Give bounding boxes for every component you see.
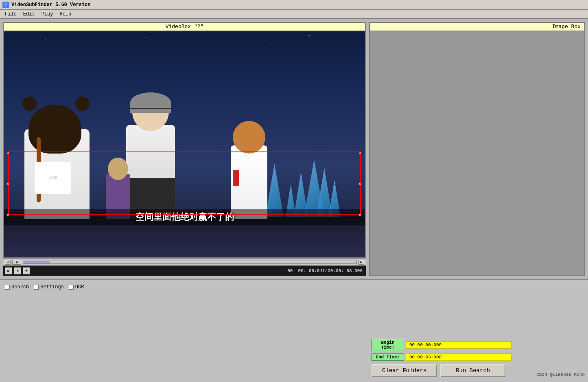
tabs-row: Search Settings OCR — [3, 283, 585, 291]
menu-help[interactable]: Help — [56, 11, 74, 18]
scrubber-area: ◀ ▦ ▶ — [3, 258, 366, 266]
video-area[interactable]: NAZE — [3, 31, 366, 258]
tab-settings-label: Settings — [40, 284, 64, 290]
tab-ocr-label: OCR — [75, 284, 84, 290]
scrubber-right-button[interactable]: ▶ — [358, 260, 364, 265]
star — [45, 40, 46, 40]
tab-settings-checkbox[interactable] — [34, 285, 39, 290]
grid-button[interactable]: ▦ — [12, 260, 21, 265]
scrubber-progress — [23, 261, 50, 263]
tab-search[interactable]: Search — [3, 283, 31, 291]
scrubber-left-button[interactable]: ◀ — [5, 260, 11, 265]
main-top: VideoBox "2" — [0, 19, 588, 279]
clear-folders-button[interactable]: Clear Folders — [372, 364, 437, 377]
image-box-label: Image Box — [369, 22, 585, 31]
begin-time-value[interactable]: 00:00:00:000 — [406, 341, 511, 349]
action-buttons: Clear Folders Run Search — [372, 364, 511, 377]
begin-time-label: Begin Time: — [372, 339, 404, 351]
tab-ocr[interactable]: OCR — [67, 283, 86, 291]
character-left: NAZE — [12, 105, 102, 219]
play-button[interactable]: ▶ — [5, 267, 12, 274]
begin-time-row: Begin Time: 00:00:00:000 — [372, 339, 511, 351]
app-container: V VideoSubFinder 5.60 Version File Edit … — [0, 0, 588, 382]
end-time-label: End Time: — [372, 353, 404, 361]
star — [309, 35, 310, 36]
time-panel: Begin Time: 00:00:00:000 End Time: 00:00… — [368, 336, 515, 380]
anime-scene: NAZE — [4, 31, 365, 257]
image-area — [369, 31, 585, 276]
tab-search-label: Search — [11, 284, 29, 290]
app-icon: V — [2, 2, 9, 8]
menu-bar: File Edit Play Help — [0, 10, 588, 19]
tab-settings[interactable]: Settings — [32, 283, 66, 291]
character-right — [223, 121, 275, 219]
time-display: 00: 00: 00:041/00:00: 03:000 — [287, 268, 364, 273]
title-bar: V VideoSubFinder 5.60 Version — [0, 0, 588, 10]
video-panel: VideoBox "2" — [3, 22, 366, 276]
subtitle-text: 空间里面他绝对赢不了的 — [4, 209, 365, 225]
menu-edit[interactable]: Edit — [20, 11, 38, 18]
run-search-button[interactable]: Run Search — [440, 364, 505, 377]
star — [85, 48, 86, 48]
tab-search-checkbox[interactable] — [5, 285, 10, 290]
app-title: VideoSubFinder 5.60 Version — [11, 2, 90, 8]
tab-ocr-checkbox[interactable] — [69, 285, 74, 290]
star — [208, 56, 208, 56]
stop-button[interactable]: ■ — [23, 267, 30, 274]
menu-file[interactable]: File — [2, 11, 20, 18]
end-time-value[interactable]: 00:00:03:000 — [406, 353, 511, 361]
menu-play[interactable]: Play — [38, 11, 57, 18]
end-time-row: End Time: 00:00:03:000 — [372, 353, 511, 361]
image-panel: Image Box — [369, 22, 585, 276]
video-box-label: VideoBox "2" — [3, 22, 366, 31]
scrubber-bar[interactable] — [23, 261, 357, 264]
watermark: CSDN @Liekkas Kono — [536, 372, 585, 377]
star — [146, 37, 147, 38]
pause-button[interactable]: ⏸ — [14, 267, 21, 274]
bottom-section: Search Settings OCR Begin Time: 00:00:00… — [0, 279, 588, 380]
controls-bar: ▶ ⏸ ■ 00: 00: 00:041/00:00: 03:000 — [3, 266, 366, 276]
star — [269, 44, 269, 44]
